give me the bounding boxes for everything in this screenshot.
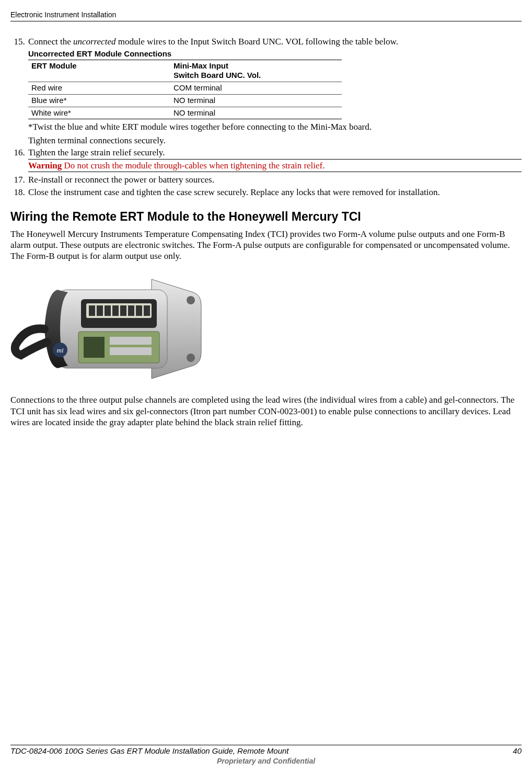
warning-label: Warning [28, 161, 62, 170]
footer-rule [10, 745, 522, 745]
svg-rect-15 [110, 337, 152, 345]
header-rule [10, 21, 522, 21]
section-paragraph-2: Connections to the three output pulse ch… [10, 394, 522, 428]
svg-rect-5 [89, 305, 95, 316]
tighten-note: Tighten terminal connections securely. [28, 135, 522, 146]
table-cell: NO terminal [170, 107, 342, 119]
step-16: Tighten the large strain relief securely… [27, 147, 522, 173]
svg-rect-8 [112, 305, 119, 316]
step-15-italic: uncorrected [73, 37, 116, 47]
svg-rect-12 [144, 305, 150, 316]
svg-rect-11 [136, 305, 142, 316]
svg-rect-9 [120, 305, 126, 316]
step-15-text-prefix: Connect the [28, 37, 73, 47]
table-header-col2-line1: Mini-Max Input [174, 61, 228, 70]
table-row: White wire* NO terminal [28, 107, 342, 119]
table-caption: Uncorrected ERT Module Connections [28, 49, 522, 59]
svg-rect-6 [97, 305, 103, 316]
step-17: Re-install or reconnect the power or bat… [27, 174, 522, 185]
table-cell: Red wire [28, 82, 170, 95]
table-header-col1: ERT Module [28, 60, 170, 82]
svg-text:mi: mi [57, 346, 64, 354]
svg-rect-16 [110, 347, 152, 355]
footer-confidential: Proprietary and Confidential [10, 757, 522, 766]
step-15: Connect the uncorrected module wires to … [27, 36, 522, 146]
table-cell: NO terminal [170, 94, 342, 107]
warning-box: Warning Do not crush the module through-… [28, 159, 522, 172]
footer-page-number: 40 [513, 746, 522, 756]
svg-point-1 [187, 354, 195, 362]
step-15-text-suffix: module wires to the Input Switch Board U… [115, 37, 398, 47]
table-header-col2-line2: Switch Board UNC. Vol. [174, 71, 261, 79]
procedure-list: Connect the uncorrected module wires to … [10, 36, 522, 198]
page-footer: TDC-0824-006 100G Series Gas ERT Module … [10, 745, 522, 766]
footer-doc-id: TDC-0824-006 100G Series Gas ERT Module … [10, 746, 289, 756]
table-header-col2: Mini-Max Input Switch Board UNC. Vol. [170, 60, 342, 82]
svg-point-0 [187, 296, 195, 304]
step-18: Close the instrument case and tighten th… [27, 187, 522, 198]
section-paragraph-1: The Honeywell Mercury Instruments Temper… [10, 229, 522, 262]
step-16-text: Tighten the large strain relief securely… [28, 147, 165, 157]
table-header-row: ERT Module Mini-Max Input Switch Board U… [28, 60, 342, 82]
table-row: Red wire COM terminal [28, 82, 342, 95]
warning-text: Do not crush the module through-cables w… [62, 161, 325, 170]
svg-rect-14 [84, 337, 105, 358]
tci-device-figure: mi [10, 269, 204, 389]
table-row: Blue wire* NO terminal [28, 94, 342, 107]
table-cell: Blue wire* [28, 94, 170, 107]
connections-table: ERT Module Mini-Max Input Switch Board U… [28, 60, 342, 120]
table-cell: White wire* [28, 107, 170, 119]
device-icon: mi [10, 269, 204, 389]
page-header: Electronic Instrument Installation [10, 10, 522, 20]
svg-rect-10 [128, 305, 134, 316]
twist-note: *Twist the blue and white ERT module wir… [28, 121, 522, 132]
section-heading: Wiring the Remote ERT Module to the Hone… [10, 209, 522, 224]
table-cell: COM terminal [170, 82, 342, 95]
svg-rect-7 [105, 305, 111, 316]
